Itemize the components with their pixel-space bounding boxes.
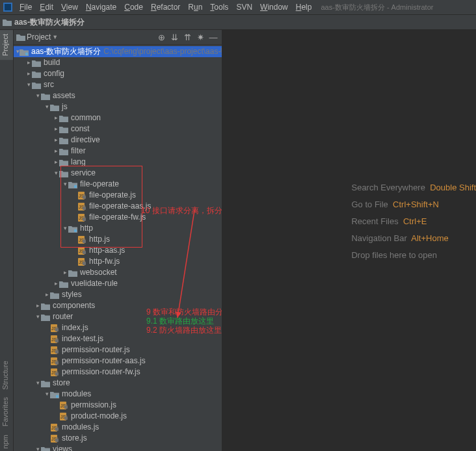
folder-icon xyxy=(41,379,50,388)
tree-row[interactable]: JSpermission-router-fw.js xyxy=(14,367,222,378)
chevron-right-icon[interactable] xyxy=(34,300,41,311)
locate-icon[interactable]: ⊕ xyxy=(155,31,167,43)
tree-item-label: store.js xyxy=(62,433,87,444)
tool-tab-favorites[interactable]: Favorites xyxy=(0,393,13,430)
menu-tools[interactable]: Tools xyxy=(206,1,232,13)
tree-item-label: styles xyxy=(62,289,82,300)
tool-tab-structure[interactable]: Structure xyxy=(0,357,13,394)
chevron-down-icon[interactable] xyxy=(34,378,41,389)
chevron-right-icon[interactable] xyxy=(62,267,68,278)
chevron-down-icon[interactable] xyxy=(62,179,68,190)
tree-row[interactable]: lang xyxy=(14,157,222,168)
tree-row[interactable]: store xyxy=(14,378,222,389)
menu-svn[interactable]: SVN xyxy=(232,1,256,13)
hint-search-everywhere: Search Everywhere xyxy=(351,183,425,192)
chevron-down-icon[interactable] xyxy=(34,311,41,322)
tree-row[interactable]: aas-数审防火墙拆分C:\cqfeng\project\aas-project… xyxy=(14,46,222,57)
expand-all-icon[interactable]: ⇈ xyxy=(181,31,193,43)
settings-icon[interactable]: ✷ xyxy=(194,31,206,43)
tree-item-label: file-operate xyxy=(80,179,119,190)
hide-icon[interactable]: — xyxy=(207,31,219,43)
breadcrumb-root[interactable]: aas-数审防火墙拆分 xyxy=(14,17,85,28)
js-file-icon: JS xyxy=(50,324,59,333)
chevron-right-icon[interactable] xyxy=(53,123,59,135)
tree-row[interactable]: directive xyxy=(14,135,222,146)
tree-row[interactable]: views xyxy=(14,444,222,451)
menu-help[interactable]: Help xyxy=(292,1,316,13)
tree-row[interactable]: modules xyxy=(14,389,222,400)
folder-icon xyxy=(59,147,68,156)
collapse-all-icon[interactable]: ⇊ xyxy=(168,31,180,43)
tree-item-label: build xyxy=(44,57,60,68)
project-panel-header: Project ▼ ⊕ ⇊ ⇈ ✷ — xyxy=(14,30,222,45)
chevron-down-icon[interactable] xyxy=(25,79,32,90)
tree-item-label: store xyxy=(53,378,70,389)
chevron-right-icon[interactable] xyxy=(53,112,59,123)
chevron-right-icon[interactable] xyxy=(53,278,59,289)
tree-row[interactable]: JSstore.js xyxy=(14,433,222,444)
tree-row[interactable]: file-operate xyxy=(14,179,222,190)
shortcut-ctrl-shift-n: Ctrl+Shift+N xyxy=(393,200,439,209)
project-tree[interactable]: 10 接口请求分离，拆分原则同下 9 数审和防火墙路由分离，公共路由放这里 9.… xyxy=(14,45,222,451)
chevron-down-icon[interactable] xyxy=(34,90,41,101)
tree-row[interactable]: JSpermission-router.js xyxy=(14,344,222,355)
tree-item-path: C:\cqfeng\project\aas-project\aas-数审防火墙拆… xyxy=(103,46,222,57)
chevron-down-icon[interactable] xyxy=(44,101,50,112)
tree-row[interactable]: build xyxy=(14,57,222,68)
tree-row[interactable]: JSpermission.js xyxy=(14,400,222,411)
chevron-right-icon[interactable] xyxy=(53,146,59,157)
chevron-right-icon[interactable] xyxy=(44,289,50,300)
chevron-right-icon[interactable] xyxy=(53,135,59,146)
tree-item-label: filter xyxy=(71,146,86,157)
chevron-down-icon[interactable] xyxy=(34,444,41,451)
tree-item-label: components xyxy=(53,300,95,311)
tree-item-label: file-operate.js xyxy=(89,190,136,201)
chevron-right-icon[interactable] xyxy=(25,57,32,68)
navigation-bar[interactable]: aas-数审防火墙拆分 xyxy=(0,15,476,30)
tree-row[interactable]: JSfile-operate.js xyxy=(14,190,222,201)
chevron-right-icon[interactable] xyxy=(53,157,59,168)
menu-refactor[interactable]: Refactor xyxy=(147,1,184,13)
chevron-down-icon[interactable] xyxy=(62,223,68,234)
shortcut-ctrl-e: Ctrl+E xyxy=(403,216,427,226)
tree-item-label: common xyxy=(71,112,101,123)
chevron-down-icon[interactable] xyxy=(53,168,59,179)
folder-icon xyxy=(32,58,41,68)
tree-item-label: vuelidate-rule xyxy=(71,278,118,289)
chevron-down-icon[interactable] xyxy=(44,389,50,400)
tool-tab-npm[interactable]: npm xyxy=(0,431,13,451)
menu-run[interactable]: Run xyxy=(184,1,206,13)
tree-row[interactable]: filter xyxy=(14,146,222,157)
js-file-icon: JS xyxy=(77,202,86,211)
menu-navigate[interactable]: Navigate xyxy=(82,1,120,13)
tree-item-label: modules xyxy=(62,389,91,400)
tree-row[interactable]: src xyxy=(14,79,222,90)
tree-row[interactable]: service xyxy=(14,168,222,179)
chevron-right-icon[interactable] xyxy=(25,68,32,79)
menu-view[interactable]: View xyxy=(57,1,82,13)
js-file-icon: JS xyxy=(50,357,59,366)
tool-tab-project[interactable]: Project xyxy=(0,30,13,60)
editor-area[interactable]: Search Everywhere Double Shift Go to Fil… xyxy=(222,30,476,451)
svg-point-50 xyxy=(56,394,59,397)
tool-window-tabs: Project Structure Favorites npm xyxy=(0,30,14,451)
tree-row[interactable]: JSmodules.js xyxy=(14,422,222,433)
tree-row[interactable]: js xyxy=(14,101,222,112)
hint-go-to-file: Go to File xyxy=(351,200,388,209)
tree-row[interactable]: JSproduct-mode.js xyxy=(14,411,222,422)
tree-row[interactable]: assets xyxy=(14,90,222,101)
tree-row[interactable]: JSpermission-router-aas.js xyxy=(14,355,222,367)
js-file-icon: JS xyxy=(77,235,86,244)
menu-file[interactable]: File xyxy=(16,1,36,13)
tree-row[interactable]: common xyxy=(14,112,222,123)
project-view-selector[interactable]: Project ▼ xyxy=(16,32,58,42)
tree-item-label: views xyxy=(53,444,72,451)
tree-row[interactable]: const xyxy=(14,123,222,135)
project-view-label: Project xyxy=(27,32,51,42)
menu-window[interactable]: Window xyxy=(256,1,292,13)
menu-code[interactable]: Code xyxy=(120,1,147,13)
menu-edit[interactable]: Edit xyxy=(36,1,57,13)
tree-row[interactable]: config xyxy=(14,68,222,79)
tree-item-label: assets xyxy=(53,90,75,101)
tree-item-label: modules.js xyxy=(62,422,99,433)
